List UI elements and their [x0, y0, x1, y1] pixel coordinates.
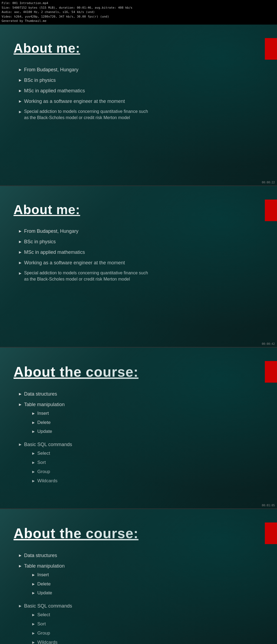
list-item: ▶ Delete — [32, 581, 65, 587]
bullet-icon: ▶ — [19, 68, 21, 72]
red-accent-3 — [265, 361, 277, 383]
timestamp-1: 00:00:22 — [262, 181, 275, 184]
list-item: ▶ Delete — [32, 419, 65, 426]
list-item: ▶ Data structures — [19, 391, 263, 397]
slide-3-bullets: ▶ Data structures ▶ Table manipulation ▶… — [19, 391, 263, 491]
sub-bullet-icon: ▶ — [32, 622, 35, 626]
bullet-text: Working as a software engineer at the mo… — [24, 259, 125, 266]
file-info-bar: File: 001 Introduction.mp4 Size: 5400715… — [0, 0, 277, 25]
bullet-text: Basic SQL commands — [24, 442, 72, 447]
file-info-line4: Video: h264, yuv420p, 1280x720, 347 kb/s… — [2, 15, 275, 19]
slide-2: About me: ▶ From Budapest, Hungary ▶ BSc… — [0, 186, 277, 347]
list-item: ▶ From Budapest, Hungary — [19, 66, 263, 73]
bullet-text: Special addiction to models concerning q… — [24, 270, 148, 282]
list-item: ▶ Special addiction to models concerning… — [19, 109, 263, 121]
list-item: ▶ Wildcards — [32, 478, 72, 484]
sub-bullet-text: Sort — [37, 459, 46, 466]
sub-bullet-text: Group — [37, 630, 50, 636]
slide-4-bullets: ▶ Data structures ▶ Table manipulation ▶… — [19, 552, 263, 644]
list-item: ▶ Sort — [32, 621, 72, 627]
bullet-content: Table manipulation ▶ Insert ▶ Delete ▶ U… — [24, 563, 65, 599]
sub-bullet-text: Wildcards — [37, 478, 58, 484]
slide-2-title: About me: — [14, 202, 263, 217]
file-info-line2: Size: 54007152 bytes (515 MiB), duration… — [2, 6, 275, 10]
timestamp-3: 00:01:05 — [262, 504, 275, 507]
sub-bullet-icon: ▶ — [32, 420, 35, 425]
sub-bullet-text: Select — [37, 612, 50, 618]
sub-bullet-icon: ▶ — [32, 613, 35, 617]
slide-3-title: About the course: — [14, 364, 263, 380]
timestamp-2: 00:00:42 — [262, 342, 275, 345]
bullet-icon: ▶ — [19, 240, 21, 244]
list-item: ▶ From Budapest, Hungary — [19, 228, 263, 235]
bullet-text: Data structures — [24, 552, 57, 559]
slide-1: About me: ▶ From Budapest, Hungary ▶ BSc… — [0, 25, 277, 186]
bullet-content: Table manipulation ▶ Insert ▶ Delete ▶ U… — [24, 401, 65, 438]
list-item: ▶ Insert — [32, 410, 65, 417]
list-item: ▶ Update — [32, 428, 65, 435]
bullet-text: Data structures — [24, 391, 57, 397]
red-accent-1 — [265, 38, 277, 60]
sub-list: ▶ Select ▶ Sort ▶ Group ▶ Wildcards — [32, 450, 72, 484]
bullet-icon: ▶ — [19, 392, 21, 396]
bullet-icon: ▶ — [19, 553, 21, 558]
bullet-icon: ▶ — [19, 271, 21, 276]
slide-1-bullets: ▶ From Budapest, Hungary ▶ BSc in physic… — [19, 66, 263, 125]
list-item: ▶ Select — [32, 612, 72, 618]
bullet-text: Table manipulation — [24, 402, 65, 407]
sub-bullet-icon: ▶ — [32, 479, 35, 483]
bullet-icon: ▶ — [19, 99, 21, 104]
sub-bullet-text: Wildcards — [37, 639, 58, 644]
bullet-icon: ▶ — [19, 229, 21, 234]
list-item: ▶ Table manipulation ▶ Insert ▶ Delete ▶… — [19, 563, 263, 599]
list-item: ▶ Data structures — [19, 552, 263, 559]
bullet-icon: ▶ — [19, 89, 21, 93]
sub-list: ▶ Select ▶ Sort ▶ Group ▶ Wildcards — [32, 612, 72, 644]
bullet-text: From Budapest, Hungary — [24, 228, 78, 235]
list-item: ▶ Insert — [32, 572, 65, 578]
sub-bullet-icon: ▶ — [32, 470, 35, 474]
bullet-text: MSc in applied mathematics — [24, 249, 85, 256]
list-item: ▶ Basic SQL commands ▶ Select ▶ Sort ▶ G… — [19, 603, 263, 644]
file-info-line1: File: 001 Introduction.mp4 — [2, 1, 275, 6]
bullet-text: BSc in physics — [24, 238, 56, 245]
slide-4: About the course: ▶ Data structures ▶ Ta… — [0, 509, 277, 644]
bullet-icon: ▶ — [19, 604, 21, 608]
list-item: ▶ Update — [32, 590, 65, 596]
bullet-icon: ▶ — [19, 564, 21, 568]
sub-bullet-icon: ▶ — [32, 460, 35, 465]
red-accent-4 — [265, 522, 277, 544]
list-item: ▶ Working as a software engineer at the … — [19, 259, 263, 266]
sub-bullet-text: Select — [37, 450, 50, 457]
list-item: ▶ MSc in applied mathematics — [19, 249, 263, 256]
list-item: ▶ Working as a software engineer at the … — [19, 98, 263, 105]
list-item: ▶ Table manipulation ▶ Insert ▶ Delete ▶… — [19, 401, 263, 438]
slide-2-bullets: ▶ From Budapest, Hungary ▶ BSc in physic… — [19, 228, 263, 286]
list-item: ▶ MSc in applied mathematics — [19, 87, 263, 94]
red-accent-2 — [265, 200, 277, 221]
bullet-content: Basic SQL commands ▶ Select ▶ Sort ▶ Gro… — [24, 441, 72, 487]
sub-bullet-text: Update — [37, 590, 52, 596]
sub-list: ▶ Insert ▶ Delete ▶ Update — [32, 572, 65, 596]
list-item: ▶ Special addiction to models concerning… — [19, 270, 263, 282]
sub-bullet-icon: ▶ — [32, 640, 35, 644]
slide-3: About the course: ▶ Data structures ▶ Ta… — [0, 348, 277, 508]
sub-bullet-icon: ▶ — [32, 411, 35, 416]
list-item: ▶ Sort — [32, 459, 72, 466]
slide-1-title: About me: — [14, 41, 263, 56]
bullet-text: BSc in physics — [24, 77, 56, 84]
bullet-text: Working as a software engineer at the mo… — [24, 98, 125, 105]
bullet-text: Table manipulation — [24, 563, 65, 569]
bullet-icon: ▶ — [19, 261, 21, 265]
sub-bullet-text: Delete — [37, 581, 51, 587]
list-item: ▶ Group — [32, 630, 72, 636]
list-item: ▶ Wildcards — [32, 639, 72, 644]
bullet-content: Basic SQL commands ▶ Select ▶ Sort ▶ Gro… — [24, 603, 72, 644]
bullet-text: From Budapest, Hungary — [24, 66, 78, 73]
sub-bullet-text: Delete — [37, 419, 51, 426]
sub-bullet-text: Insert — [37, 410, 49, 417]
sub-bullet-text: Group — [37, 468, 50, 475]
bullet-icon: ▶ — [19, 250, 21, 255]
sub-bullet-icon: ▶ — [32, 429, 35, 434]
sub-bullet-icon: ▶ — [32, 582, 35, 586]
